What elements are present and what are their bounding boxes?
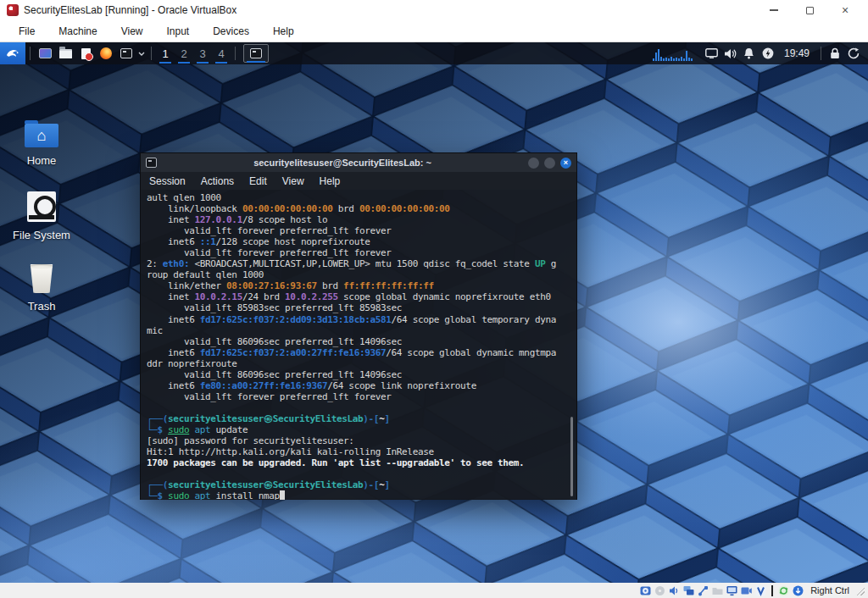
menu-devices[interactable]: Devices — [201, 22, 261, 41]
minimize-button[interactable] — [756, 0, 792, 20]
recording-icon[interactable] — [741, 585, 752, 596]
workspace-underline — [197, 62, 209, 64]
workspace-3[interactable]: 3 — [193, 42, 212, 64]
close-button[interactable]: × — [827, 0, 863, 20]
menu-machine[interactable]: Machine — [47, 22, 108, 41]
vm-app-icon — [7, 4, 19, 16]
display-icon[interactable] — [726, 585, 737, 596]
audio-icon[interactable] — [669, 585, 680, 596]
terminal-scrollbar-thumb[interactable] — [570, 417, 573, 496]
terminal-line: 1700 packages can be upgraded. Run 'apt … — [147, 457, 571, 468]
terminal-launcher[interactable] — [116, 42, 136, 64]
vbox-titlebar: SecurityElitesLab [Running] - Oracle Vir… — [0, 0, 868, 20]
firefox-launcher[interactable] — [96, 42, 116, 64]
launcher-dropdown-button[interactable] — [136, 42, 147, 64]
cpu-graph-widget[interactable] — [652, 46, 696, 61]
workspace-2[interactable]: 2 — [175, 42, 193, 64]
workspace-4[interactable]: 4 — [212, 42, 231, 64]
terminal-menu-actions[interactable]: Actions — [201, 175, 234, 187]
lock-icon — [830, 47, 840, 59]
terminal-menu-view[interactable]: View — [282, 175, 304, 187]
clipboard-icon[interactable] — [778, 585, 789, 596]
desktop-icon-file-system[interactable]: File System — [6, 191, 77, 241]
kali-dragon-icon — [5, 46, 20, 61]
bell-icon — [743, 47, 754, 59]
resize-grip[interactable] — [856, 585, 865, 595]
file-manager-launcher[interactable] — [55, 42, 75, 64]
terminal-line: └─$ sudo apt update — [147, 424, 571, 435]
terminal-menu-help[interactable]: Help — [320, 175, 341, 187]
text-editor-launcher[interactable] — [75, 42, 96, 64]
harddisk-icon[interactable] — [640, 585, 651, 596]
terminal-minimize-button[interactable] — [528, 158, 539, 169]
terminal-maximize-button[interactable] — [544, 158, 555, 169]
mouse-integration-icon[interactable] — [793, 585, 804, 596]
terminal-menubar: Session Actions Edit View Help — [141, 172, 576, 190]
display-settings-launcher[interactable] — [35, 42, 55, 64]
display-icon — [705, 48, 718, 58]
chevron-down-icon — [138, 52, 145, 56]
network-icon[interactable] — [683, 585, 694, 596]
menu-file[interactable]: File — [7, 22, 47, 41]
panel-clock[interactable]: 19:49 — [777, 47, 816, 59]
panel-separator — [235, 47, 236, 60]
home-folder-icon — [25, 124, 58, 147]
terminal-output[interactable]: ault qlen 1000 link/loopback 00:00:00:00… — [141, 190, 576, 500]
terminal-line: valid_lft forever preferred_lft forever — [147, 391, 571, 402]
close-icon: × — [842, 4, 849, 16]
terminal-line: valid_lft 85983sec preferred_lft 85983se… — [147, 302, 571, 313]
terminal-line: valid_lft 86096sec preferred_lft 14096se… — [147, 336, 571, 347]
desktop-icon-label: Trash — [6, 300, 77, 313]
shared-folders-icon[interactable] — [712, 585, 723, 596]
desktop-icon-trash[interactable]: Trash — [6, 264, 77, 313]
vbox-statusbar: Right Ctrl — [0, 583, 868, 598]
terminal-line: inet 127.0.0.1/8 scope host lo — [147, 214, 571, 225]
kali-panel: 1 2 3 4 — [0, 42, 868, 64]
statusbar-separator — [771, 585, 773, 596]
terminal-line: ault qlen 1000 — [147, 192, 571, 203]
maximize-button[interactable] — [792, 0, 827, 20]
menu-input[interactable]: Input — [155, 22, 202, 41]
vbox-window-title: SecurityElitesLab [Running] - Oracle Vir… — [24, 4, 236, 16]
taskbar-terminal-window-button[interactable] — [243, 44, 269, 63]
workspace-3-label: 3 — [199, 47, 205, 60]
lock-screen-button[interactable] — [826, 42, 844, 64]
terminal-line: └─$ sudo apt install nmap — [147, 490, 571, 500]
usb-icon[interactable] — [698, 585, 709, 596]
terminal-title: securityelitesuser@SecurityElitesLab: ~ — [157, 158, 528, 168]
features-icon[interactable] — [755, 585, 766, 596]
terminal-line — [147, 468, 571, 479]
kali-applications-menu-button[interactable] — [0, 42, 25, 64]
display-tray-button[interactable] — [703, 42, 721, 64]
desktop-icon-label: File System — [6, 229, 77, 241]
volume-tray-button[interactable] — [721, 42, 740, 64]
power-manager-tray-button[interactable] — [759, 42, 777, 64]
taskbar-active-underline — [247, 61, 265, 63]
desktop-icon-home[interactable]: Home — [6, 124, 77, 167]
terminal-menu-edit[interactable]: Edit — [249, 175, 267, 187]
terminal-window: securityelitesuser@SecurityElitesLab: ~ … — [140, 152, 577, 500]
terminal-line: mic — [147, 325, 571, 336]
menu-help[interactable]: Help — [261, 22, 306, 41]
terminal-icon — [120, 48, 132, 58]
panel-separator — [151, 47, 152, 60]
terminal-line: roup default qlen 1000 — [147, 269, 571, 280]
workspace-underline — [178, 62, 190, 64]
menu-view[interactable]: View — [109, 22, 155, 41]
panel-right: 19:49 — [652, 42, 868, 64]
terminal-line — [147, 402, 571, 413]
terminal-line: [sudo] password for securityelitesuser: — [147, 435, 571, 446]
terminal-menu-session[interactable]: Session — [149, 175, 186, 187]
workspace-1[interactable]: 1 — [156, 42, 175, 64]
notifications-tray-button[interactable] — [740, 42, 759, 64]
terminal-close-button[interactable]: × — [560, 158, 571, 169]
terminal-line: inet6 ::1/128 scope host noprefixroute — [147, 236, 571, 247]
terminal-titlebar[interactable]: securityelitesuser@SecurityElitesLab: ~ … — [141, 153, 576, 172]
logout-button[interactable] — [844, 42, 863, 64]
terminal-icon — [250, 48, 262, 58]
volume-icon — [724, 48, 737, 59]
power-bolt-icon — [762, 47, 774, 59]
optical-disc-icon[interactable] — [654, 585, 665, 596]
window-controls: × — [756, 0, 863, 20]
vbox-menubar: File Machine View Input Devices Help — [0, 20, 868, 42]
